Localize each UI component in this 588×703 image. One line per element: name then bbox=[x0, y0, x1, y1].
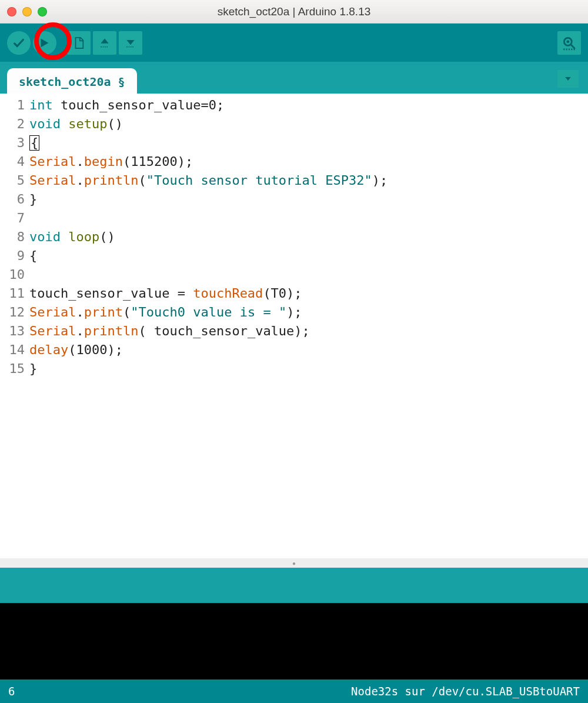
code-line[interactable]: { bbox=[29, 134, 387, 152]
svg-marker-10 bbox=[565, 77, 570, 81]
line-number: 12 bbox=[0, 303, 25, 322]
line-number: 1 bbox=[0, 96, 25, 115]
serial-monitor-icon bbox=[562, 35, 577, 51]
tab-menu-button[interactable] bbox=[557, 70, 579, 88]
zoom-window-button[interactable] bbox=[38, 7, 47, 16]
line-number: 9 bbox=[0, 246, 25, 265]
line-number: 6 bbox=[0, 190, 25, 209]
line-number: 11 bbox=[0, 284, 25, 303]
traffic-light-buttons bbox=[7, 7, 47, 16]
arrow-right-icon bbox=[38, 36, 51, 49]
code-line[interactable]: void setup() bbox=[29, 115, 387, 134]
code-line[interactable]: Serial.print("Touch0 value is = "); bbox=[29, 303, 387, 322]
arrow-down-icon bbox=[125, 36, 136, 49]
new-sketch-button[interactable] bbox=[67, 31, 91, 55]
output-console[interactable] bbox=[0, 603, 588, 679]
footer-status-bar: 6 Node32s sur /dev/cu.SLAB_USBtoUART bbox=[0, 679, 588, 703]
code-line[interactable]: delay(1000); bbox=[29, 341, 387, 359]
svg-point-8 bbox=[567, 41, 569, 42]
pane-drag-handle[interactable]: ● bbox=[0, 558, 588, 568]
line-number: 10 bbox=[0, 265, 25, 284]
check-icon bbox=[12, 36, 25, 49]
line-number: 4 bbox=[0, 152, 25, 171]
arrow-up-icon bbox=[99, 36, 111, 49]
code-line[interactable]: Serial.println( touch_sensor_value); bbox=[29, 322, 387, 341]
open-sketch-button[interactable] bbox=[93, 31, 116, 55]
code-line[interactable] bbox=[29, 265, 387, 284]
code-line[interactable]: { bbox=[29, 246, 387, 265]
verify-button[interactable] bbox=[7, 31, 31, 55]
line-number: 14 bbox=[0, 341, 25, 359]
tab-bar: sketch_oct20a § bbox=[0, 62, 588, 94]
file-icon bbox=[72, 36, 85, 49]
code-line[interactable]: touch_sensor_value = touchRead(T0); bbox=[29, 284, 387, 303]
code-line[interactable]: int touch_sensor_value=0; bbox=[29, 96, 387, 115]
chevron-down-icon bbox=[563, 75, 573, 83]
serial-monitor-button[interactable] bbox=[557, 31, 581, 55]
minimize-window-button[interactable] bbox=[22, 7, 32, 16]
upload-button[interactable] bbox=[33, 31, 56, 55]
line-number: 8 bbox=[0, 228, 25, 246]
close-window-button[interactable] bbox=[7, 7, 16, 16]
window-titlebar: sketch_oct20a | Arduino 1.8.13 bbox=[0, 0, 588, 24]
code-line[interactable] bbox=[29, 209, 387, 228]
line-number: 7 bbox=[0, 209, 25, 228]
svg-line-7 bbox=[571, 45, 575, 49]
save-sketch-button[interactable] bbox=[119, 31, 142, 55]
sketch-tab[interactable]: sketch_oct20a § bbox=[7, 68, 137, 94]
code-line[interactable]: Serial.begin(115200); bbox=[29, 152, 387, 171]
code-area[interactable]: int touch_sensor_value=0;void setup(){Se… bbox=[29, 94, 387, 558]
line-number: 2 bbox=[0, 115, 25, 134]
toolbar bbox=[0, 24, 588, 62]
status-message-bar bbox=[0, 568, 588, 603]
svg-marker-0 bbox=[41, 38, 49, 47]
svg-marker-4 bbox=[126, 40, 134, 45]
line-number: 3 bbox=[0, 134, 25, 152]
board-port-status: Node32s sur /dev/cu.SLAB_USBtoUART bbox=[351, 685, 580, 698]
code-editor[interactable]: 123456789101112131415 int touch_sensor_v… bbox=[0, 94, 588, 558]
code-line[interactable]: } bbox=[29, 190, 387, 209]
code-line[interactable]: void loop() bbox=[29, 228, 387, 246]
code-line[interactable]: Serial.println("Touch sensor tutorial ES… bbox=[29, 171, 387, 190]
svg-marker-2 bbox=[101, 38, 108, 43]
code-line[interactable]: } bbox=[29, 359, 387, 378]
line-number: 15 bbox=[0, 359, 25, 378]
cursor-line-number: 6 bbox=[8, 685, 15, 698]
line-number-gutter: 123456789101112131415 bbox=[0, 94, 29, 558]
line-number: 13 bbox=[0, 322, 25, 341]
line-number: 5 bbox=[0, 171, 25, 190]
window-title: sketch_oct20a | Arduino 1.8.13 bbox=[218, 5, 371, 18]
